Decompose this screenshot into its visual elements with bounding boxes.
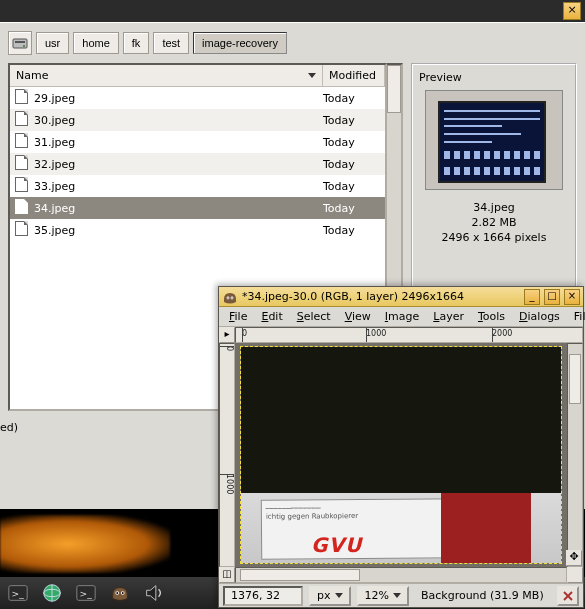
file-icon	[12, 221, 30, 239]
column-header-modified[interactable]: Modified	[323, 65, 385, 86]
menu-view[interactable]: View	[339, 308, 377, 325]
cancel-icon	[562, 590, 574, 602]
file-name: 34.jpeg	[32, 202, 323, 215]
gimp-coords-field: 1376, 32	[223, 586, 303, 606]
breadcrumb-image-recovery[interactable]: image-recovery	[193, 32, 287, 54]
table-row[interactable]: 31.jpegToday	[10, 131, 385, 153]
gimp-menubar: File Edit Select View Image Layer Tools …	[219, 307, 583, 327]
gimp-maximize-button[interactable]: □	[544, 289, 560, 305]
gimp-horizontal-scrollbar[interactable]	[235, 567, 567, 583]
file-name: 30.jpeg	[32, 114, 323, 127]
file-modified: Today	[323, 224, 385, 237]
speaker-icon	[143, 582, 165, 604]
red-artifact	[441, 493, 531, 563]
gimp-unit-label: px	[317, 589, 331, 602]
breadcrumb-root-button[interactable]	[8, 31, 32, 55]
table-row[interactable]: 35.jpegToday	[10, 219, 385, 241]
gimp-statusbar: 1376, 32 px 12% Background (31.9 MB)	[219, 583, 583, 607]
close-button[interactable]: ×	[563, 2, 581, 20]
gimp-zoom-combo[interactable]: 12%	[357, 586, 409, 606]
table-row[interactable]: 33.jpegToday	[10, 175, 385, 197]
gimp-zoom-label: 12%	[365, 589, 389, 602]
taskbar-terminal-2[interactable]: >_	[74, 581, 98, 605]
truncated-window-titlebar: ×	[0, 0, 585, 22]
svg-rect-1	[15, 41, 25, 43]
gimp-minimize-button[interactable]: _	[524, 289, 540, 305]
gimp-horizontal-ruler[interactable]: 0 1000 2000	[235, 327, 583, 343]
svg-point-17	[231, 297, 232, 298]
gimp-title-text: *34.jpeg-30.0 (RGB, 1 layer) 2496x1664	[242, 290, 520, 303]
file-modified: Today	[323, 180, 385, 193]
gimp-window: *34.jpeg-30.0 (RGB, 1 layer) 2496x1664 _…	[218, 286, 584, 608]
taskbar-audio[interactable]	[142, 581, 166, 605]
taskbar-browser[interactable]	[40, 581, 64, 605]
svg-text:>_: >_	[80, 588, 93, 599]
file-icon	[12, 155, 30, 173]
preview-thumbnail	[425, 90, 563, 190]
svg-point-16	[227, 297, 228, 298]
file-modified: Today	[323, 202, 385, 215]
gimp-canvas[interactable]: ───────────── ichtig gegen Raubkopierer …	[235, 343, 567, 567]
preview-filesize: 2.82 MB	[419, 215, 569, 230]
breadcrumb-fk[interactable]: fk	[123, 32, 150, 54]
gimp-unit-combo[interactable]: px	[309, 586, 351, 606]
file-name: 35.jpeg	[32, 224, 323, 237]
gimp-image-layer: ───────────── ichtig gegen Raubkopierer …	[241, 347, 561, 563]
gimp-layer-status: Background (31.9 MB)	[415, 589, 551, 602]
scrollbar-thumb[interactable]	[387, 65, 401, 113]
svg-rect-0	[13, 39, 27, 48]
table-row[interactable]: 29.jpegToday	[10, 87, 385, 109]
preview-dimensions: 2496 x 1664 pixels	[419, 230, 569, 245]
file-modified: Today	[323, 158, 385, 171]
file-name: 31.jpeg	[32, 136, 323, 149]
file-icon	[12, 177, 30, 195]
breadcrumb-usr[interactable]: usr	[36, 32, 69, 54]
gimp-vertical-ruler[interactable]: 0 1000	[219, 343, 235, 567]
gimp-cancel-progress-button[interactable]	[557, 586, 579, 606]
breadcrumb-test[interactable]: test	[153, 32, 189, 54]
globe-icon	[41, 582, 63, 604]
file-modified: Today	[323, 136, 385, 149]
gimp-quickmask-toggle[interactable]: ◫	[219, 567, 235, 583]
file-modified: Today	[323, 92, 385, 105]
gimp-vscroll-thumb[interactable]	[569, 354, 581, 404]
gvu-logo-text: GVU	[311, 533, 362, 557]
menu-select[interactable]: Select	[291, 308, 337, 325]
svg-text:>_: >_	[12, 588, 25, 599]
hruler-tick-1000: 1000	[366, 329, 386, 338]
sort-indicator-icon	[308, 73, 316, 78]
gimp-navigation-button[interactable]: ✥	[566, 550, 582, 566]
chevron-down-icon	[335, 593, 343, 598]
menu-edit[interactable]: Edit	[255, 308, 288, 325]
file-icon	[12, 199, 30, 217]
file-name: 29.jpeg	[32, 92, 323, 105]
column-header-name[interactable]: Name	[10, 65, 323, 86]
vruler-tick-1000: 1000	[225, 474, 234, 494]
table-row[interactable]: 34.jpegToday	[10, 197, 385, 219]
file-icon	[12, 111, 30, 129]
file-icon	[12, 133, 30, 151]
decorative-graphic	[0, 515, 170, 573]
breadcrumb: usr home fk test image-recovery	[0, 23, 585, 63]
gimp-menu-dropdown-button[interactable]: ▸	[219, 327, 235, 343]
taskbar-gimp[interactable]	[108, 581, 132, 605]
taskbar-terminal-1[interactable]: >_	[6, 581, 30, 605]
table-row[interactable]: 32.jpegToday	[10, 153, 385, 175]
menu-image[interactable]: Image	[379, 308, 425, 325]
menu-filters[interactable]: Filters	[568, 308, 585, 325]
gimp-vertical-scrollbar[interactable]: ✥	[567, 343, 583, 567]
table-row[interactable]: 30.jpegToday	[10, 109, 385, 131]
menu-file[interactable]: File	[223, 308, 253, 325]
gimp-close-button[interactable]: ×	[564, 289, 580, 305]
menu-layer[interactable]: Layer	[427, 308, 470, 325]
menu-tools[interactable]: Tools	[472, 308, 511, 325]
gimp-hscroll-thumb[interactable]	[240, 569, 360, 581]
disk-icon	[12, 35, 28, 51]
gimp-titlebar[interactable]: *34.jpeg-30.0 (RGB, 1 layer) 2496x1664 _…	[219, 287, 583, 307]
column-name-label: Name	[16, 69, 48, 82]
file-name: 32.jpeg	[32, 158, 323, 171]
menu-dialogs[interactable]: Dialogs	[513, 308, 566, 325]
breadcrumb-home[interactable]: home	[73, 32, 119, 54]
svg-point-12	[116, 592, 118, 594]
svg-point-13	[122, 592, 124, 594]
